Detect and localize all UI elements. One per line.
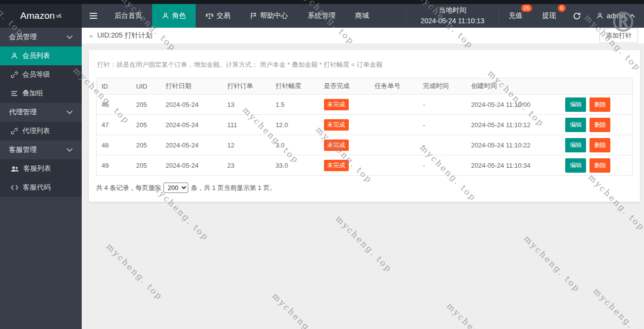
admin-user-menu[interactable]: admin [588, 4, 644, 28]
edit-button[interactable]: 编辑 [565, 138, 586, 152]
table-cell: 3.0 [270, 135, 319, 155]
table-cell-actions: 编辑删除 [544, 135, 633, 155]
brand-version: v6 [56, 13, 62, 19]
table-column-header: 打针日期 [161, 78, 222, 94]
breadcrumb-arrow-icon: » [89, 32, 93, 40]
table-cell-status: 未完成 [319, 94, 370, 115]
table-cell: - [418, 115, 466, 135]
recharge-menu[interactable]: 充值 26 [499, 4, 533, 28]
withdraw-count-badge: 6 [558, 4, 566, 12]
table-cell: 2024-05-24 [161, 115, 222, 135]
table-cell: 12 [222, 135, 270, 155]
window-top-strip [0, 0, 644, 4]
table-column-header [544, 78, 633, 94]
sidebar-group-1[interactable]: 会员管理 [0, 28, 82, 47]
sidebar-item-3[interactable]: 会员等级 [0, 65, 82, 84]
table-cell-actions: 编辑删除 [544, 115, 633, 135]
table-row: 462052024-05-24131.5未完成-2024-05-24 11:10… [97, 94, 633, 115]
table-cell: 33.0 [270, 155, 319, 176]
topnav-item-6[interactable]: 商城 [345, 4, 379, 28]
sidebar-group-5[interactable]: 代理管理 [0, 103, 82, 122]
table-cell: 47 [97, 115, 131, 135]
delete-button[interactable]: 删除 [590, 138, 610, 152]
topnav-item-2[interactable]: 角色 [152, 4, 196, 28]
table-column-header: ID [97, 78, 131, 94]
chevron-down-icon [66, 148, 73, 152]
table-cell [370, 94, 418, 115]
collapse-menu-button[interactable] [82, 4, 105, 28]
topnav-item-label: 商城 [355, 11, 369, 20]
sidebar-item-label: 客服列表 [23, 164, 51, 173]
topnav-item-label: 帮助中心 [260, 11, 288, 20]
withdraw-label: 提现 [542, 11, 556, 20]
table-cell: - [418, 155, 466, 176]
table-cell: 205 [131, 115, 161, 135]
delete-button[interactable]: 删除 [590, 97, 610, 112]
sidebar-item-4[interactable]: 叠加组 [0, 84, 82, 103]
refresh-icon [573, 12, 581, 20]
main-area: » UID:205 打针计划 添加打针 打针：就是在用户固定某个订单，增加金额。… [82, 28, 644, 329]
top-navbar: Amazonv6 后台首页角色交易帮助中心系统管理商城 当地时间 2024-05… [0, 4, 644, 28]
withdraw-menu[interactable]: 提现 6 [533, 4, 566, 28]
table-column-header: 完成时间 [418, 78, 466, 94]
sidebar-item-label: 代理管理 [9, 108, 37, 117]
table-column-header: 是否完成 [319, 78, 370, 94]
breadcrumb: UID:205 打针计划 [97, 31, 152, 40]
sidebar-item-9[interactable]: 客服代码 [0, 178, 82, 197]
sidebar-item-label: 代理列表 [22, 127, 50, 136]
user-icon [11, 52, 18, 59]
table-cell: 12.0 [270, 115, 319, 135]
table-cell: 46 [97, 94, 131, 115]
sidebar-item-label: 会员列表 [22, 51, 50, 60]
link-icon [11, 128, 18, 135]
table-cell [370, 155, 418, 176]
recharge-count-badge: 26 [521, 4, 532, 12]
topnav-item-label: 交易 [216, 11, 230, 20]
topnav-item-4[interactable]: 帮助中心 [240, 4, 298, 28]
table-cell: 23 [222, 155, 270, 176]
topnav-item-1[interactable]: 后台首页 [105, 4, 152, 28]
sidebar-item-8[interactable]: 客服列表 [0, 159, 82, 178]
sidebar-group-7[interactable]: 客服管理 [0, 141, 82, 159]
add-injection-button[interactable]: 添加打针 [599, 28, 638, 43]
table-row: 492052024-05-242333.0未完成-2024-05-24 11:1… [97, 155, 633, 176]
edit-button[interactable]: 编辑 [565, 158, 586, 173]
table-cell: 205 [131, 135, 161, 155]
pagination-prefix: 共 4 条记录，每页显示 [96, 184, 161, 192]
sidebar-item-label: 叠加组 [22, 89, 43, 98]
sidebar-item-label: 客服代码 [23, 183, 51, 192]
scales-icon [206, 12, 214, 20]
local-time-value: 2024-05-24 11:10:13 [421, 16, 484, 27]
topnav-item-label: 系统管理 [308, 11, 335, 20]
sidebar-item-label: 客服管理 [9, 145, 37, 154]
table-column-header: 创建时间 [466, 78, 544, 94]
refresh-button[interactable] [566, 4, 588, 28]
table-cell-status: 未完成 [319, 115, 370, 135]
table-header-row: IDUID打针日期打针订单打针幅度是否完成任务单号完成时间创建时间 [97, 78, 633, 94]
pagination-suffix: 条，共 1 页当前显示第 1 页。 [191, 184, 276, 192]
sidebar-item-6[interactable]: 代理列表 [0, 122, 82, 141]
table-cell: - [418, 135, 466, 155]
table-row: 482052024-05-24123.0未完成-2024-05-24 11:10… [97, 135, 633, 155]
table-cell [370, 115, 418, 135]
delete-button[interactable]: 删除 [590, 158, 610, 173]
table-cell: 205 [131, 155, 161, 176]
sidebar-item-label: 会员管理 [9, 33, 37, 42]
page-size-select[interactable]: 200 [163, 183, 188, 193]
topnav-item-label: 后台首页 [114, 11, 142, 20]
topnav-item-5[interactable]: 系统管理 [298, 4, 345, 28]
edit-button[interactable]: 编辑 [565, 118, 586, 132]
table-cell: 49 [97, 155, 131, 176]
local-time-label: 当地时间 [438, 5, 466, 16]
injection-table: IDUID打针日期打针订单打针幅度是否完成任务单号完成时间创建时间 462052… [96, 78, 633, 176]
edit-button[interactable]: 编辑 [565, 97, 586, 112]
topnav-item-3[interactable]: 交易 [196, 4, 240, 28]
table-cell-status: 未完成 [319, 155, 370, 176]
table-cell: 2024-05-24 11:10:22 [466, 135, 544, 155]
admin-username: admin [607, 12, 626, 20]
delete-button[interactable]: 删除 [590, 118, 610, 132]
table-column-header: UID [131, 78, 161, 94]
table-cell: 2024-05-24 11:10:00 [466, 94, 544, 115]
recharge-label: 充值 [509, 11, 523, 20]
sidebar-item-2[interactable]: 会员列表 [0, 47, 82, 65]
